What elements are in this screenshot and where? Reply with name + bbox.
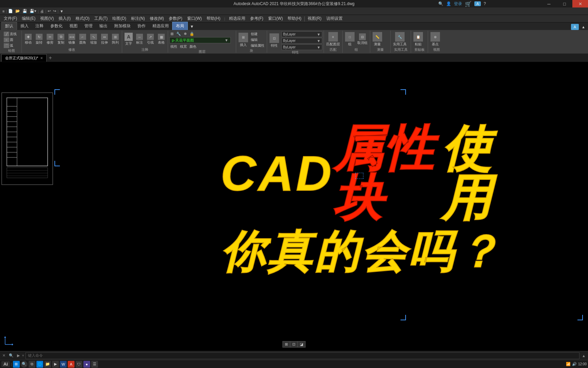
- layer-dropdown[interactable]: p-天花平面图 ▼: [169, 37, 231, 43]
- cmd-close-btn[interactable]: ✕: [1, 353, 6, 358]
- menu-insert[interactable]: 插入(I): [56, 15, 73, 22]
- minimize-btn[interactable]: ─: [541, 0, 557, 7]
- layer-linecolor-btn[interactable]: 颜色: [189, 44, 197, 49]
- ungroup-btn[interactable]: ⊟取消组: [356, 33, 369, 46]
- vp-btn3[interactable]: ◪: [298, 341, 305, 347]
- paste-btn[interactable]: 📋粘贴: [412, 32, 424, 47]
- draw-circle-btn[interactable]: ○圆: [3, 37, 18, 43]
- qa-more[interactable]: ▼: [59, 9, 65, 14]
- vp-btn2[interactable]: ⊡: [290, 341, 298, 347]
- fillet-btn[interactable]: ⌐圆角: [78, 33, 88, 45]
- menu-settings[interactable]: 说明设置: [324, 15, 345, 22]
- qa-save[interactable]: 💾: [21, 9, 28, 14]
- tab-annotate[interactable]: 注释: [32, 22, 47, 30]
- stretch-btn[interactable]: ⇔拉伸: [99, 33, 110, 45]
- qa-undo[interactable]: ↩: [47, 9, 52, 14]
- tab-view[interactable]: 视图: [66, 22, 81, 30]
- close-btn[interactable]: ✕: [572, 0, 588, 7]
- measure-btn[interactable]: 📏测量: [372, 32, 383, 47]
- signin-btn[interactable]: 登录: [454, 1, 462, 7]
- qa-menu-icon[interactable]: ≡: [1, 9, 5, 13]
- tab-featured[interactable]: 精选应用: [149, 22, 172, 30]
- create-block-btn[interactable]: 创建: [250, 31, 265, 37]
- menu-featured[interactable]: 精选应用: [227, 15, 248, 22]
- menu-file[interactable]: 文件(F): [1, 15, 19, 22]
- autodesk-btn[interactable]: A: [474, 1, 481, 6]
- taskbar-edge-btn[interactable]: 🌐: [36, 361, 43, 368]
- qa-print[interactable]: 🖨: [39, 9, 45, 14]
- autodesk-cloud-btn[interactable]: A: [571, 24, 579, 30]
- menu-annotate[interactable]: 标注(N): [129, 15, 147, 22]
- taskbar-menu-btn[interactable]: ☰: [91, 361, 98, 368]
- draw-arc-btn[interactable]: ⌒弧: [3, 43, 18, 48]
- taskbar-media-btn[interactable]: ▶: [52, 361, 59, 368]
- menu-view[interactable]: 视图(V): [38, 15, 56, 22]
- scale-btn[interactable]: ⤡缩放: [88, 33, 99, 45]
- qa-redo[interactable]: ↪: [52, 9, 57, 14]
- new-tab-btn[interactable]: +: [47, 54, 54, 62]
- menu-draw[interactable]: 绘图(D): [110, 15, 129, 22]
- taskbar-word-btn[interactable]: W: [60, 361, 67, 368]
- menu-edit[interactable]: 编辑(E): [19, 15, 38, 22]
- layer-select-btn[interactable]: 🔧: [175, 31, 182, 36]
- tab-layout[interactable]: 布局: [172, 22, 188, 30]
- qa-new[interactable]: 📄: [7, 9, 14, 14]
- basepoint-btn[interactable]: ⊕基点: [429, 32, 441, 47]
- leader-btn[interactable]: ↗引线: [145, 33, 156, 45]
- command-input[interactable]: 键入命令: [26, 352, 579, 359]
- group-btn[interactable]: □组: [344, 32, 356, 47]
- edit-attr-btn[interactable]: 编辑属性: [250, 43, 265, 48]
- tab-addon[interactable]: 附加模块: [111, 22, 134, 30]
- edit-block-btn[interactable]: 编辑: [250, 37, 265, 43]
- canvas-area[interactable]: CAD 属性块 使用 你真的会吗？ ⊞ ⊡ ◪: [0, 62, 588, 351]
- dim-btn[interactable]: ↔标注: [134, 33, 145, 45]
- utilities-btn[interactable]: 🔧实用工具: [392, 32, 408, 47]
- menu-help[interactable]: 帮助(H): [204, 15, 223, 22]
- menu-format[interactable]: 格式(O): [73, 15, 92, 22]
- insert-block-btn[interactable]: ⊞插入: [238, 32, 249, 48]
- tab-param[interactable]: 参数化: [47, 22, 66, 30]
- copy-btn[interactable]: ⧉复制: [56, 33, 66, 45]
- match-btn[interactable]: ≡匹配图层: [325, 32, 341, 47]
- layer-lineweight-btn[interactable]: 线宽: [179, 44, 188, 49]
- layer-freeze-btn[interactable]: ❄: [183, 31, 188, 36]
- array-btn[interactable]: ⊞阵列: [110, 33, 120, 45]
- draw-line-btn[interactable]: ╱直线: [3, 31, 18, 37]
- tab-output[interactable]: 输出: [96, 22, 111, 30]
- trim-btn[interactable]: ✂修剪: [45, 33, 55, 45]
- menu-tools[interactable]: 工具(T): [92, 15, 110, 22]
- tab-collab[interactable]: 协作: [134, 22, 149, 30]
- menu-window[interactable]: 窗口(W): [185, 15, 204, 22]
- qa-open[interactable]: 📂: [14, 9, 21, 14]
- cmd-expand-btn[interactable]: ▲: [581, 354, 587, 358]
- tray-volume-icon[interactable]: 🔊: [572, 362, 577, 366]
- table-btn[interactable]: ▦表格: [156, 33, 166, 45]
- collapse-ribbon-btn[interactable]: ▲: [580, 24, 587, 30]
- menu-extras[interactable]: 视图(R): [305, 15, 324, 22]
- text-btn[interactable]: A文字: [124, 32, 134, 46]
- doc-tab-close[interactable]: ✕: [40, 56, 43, 60]
- menu-help2[interactable]: 帮助(H): [285, 15, 304, 22]
- linetype-dropdown[interactable]: ByLayer ▼: [281, 38, 322, 44]
- lineweight-dropdown[interactable]: ByLayer ▼: [281, 44, 322, 50]
- qa-saveas[interactable]: 💾▾: [29, 9, 37, 14]
- layer-properties-btn[interactable]: ⊞: [169, 31, 175, 36]
- menu-layout[interactable]: 参考(F): [248, 15, 266, 22]
- menu-param[interactable]: 参数(P): [166, 15, 185, 22]
- tab-default[interactable]: 默认: [1, 22, 17, 30]
- properties-btn[interactable]: ⊡特性: [268, 33, 280, 48]
- rotate-btn[interactable]: ↻旋转: [34, 33, 44, 45]
- menu-addon[interactable]: 窗口(W): [266, 15, 285, 22]
- tray-network-icon[interactable]: 📶: [566, 362, 571, 366]
- cmd-icon2[interactable]: ▶: [16, 353, 21, 358]
- taskbar-autocad-btn[interactable]: A: [68, 361, 75, 368]
- tab-manage[interactable]: 管理: [81, 22, 96, 30]
- maximize-btn[interactable]: □: [557, 0, 572, 7]
- taskbar-other-btn[interactable]: ●: [83, 361, 90, 368]
- tab-insert[interactable]: 插入: [17, 22, 32, 30]
- cmd-icon1[interactable]: 🔍: [8, 353, 15, 358]
- layer-lock-btn[interactable]: 🔒: [189, 31, 195, 36]
- color-dropdown[interactable]: ByLayer ▼: [281, 31, 322, 37]
- vp-btn1[interactable]: ⊞: [283, 341, 290, 347]
- mirror-btn[interactable]: ⟺镜像: [67, 33, 77, 45]
